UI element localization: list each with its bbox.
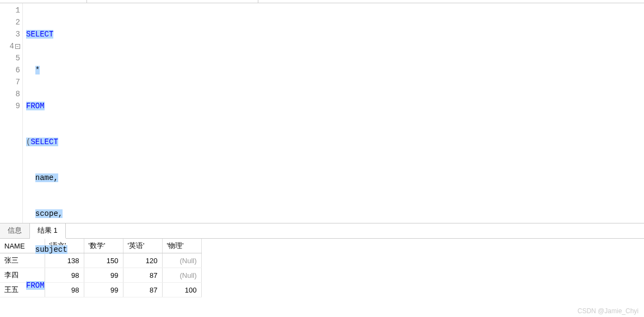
keyword-from: FROM <box>26 281 45 290</box>
sql-editor[interactable]: 1 2 3 4− 5 6 7 8 9 SELECT * FROM (SELECT… <box>0 3 644 223</box>
line-number: 2 <box>0 16 20 28</box>
keyword-select: SELECT <box>26 30 53 39</box>
line-number: 4− <box>0 40 20 52</box>
keyword-select: SELECT <box>30 138 58 146</box>
token-column: scope, <box>35 209 63 218</box>
line-number: 9 <box>0 100 20 112</box>
token-column: name, <box>35 173 58 182</box>
fold-toggle-icon[interactable]: − <box>15 44 20 49</box>
line-number: 3 <box>0 28 20 40</box>
line-number: 1 <box>0 4 20 16</box>
code-content[interactable]: SELECT * FROM (SELECT name, scope, subje… <box>23 3 644 223</box>
keyword-from: FROM <box>26 102 45 110</box>
line-number: 8 <box>0 88 20 100</box>
tab-info[interactable]: 信息 <box>0 223 30 238</box>
line-number: 6 <box>0 64 20 76</box>
token-star: * <box>35 66 40 74</box>
line-number: 5 <box>0 52 20 64</box>
line-number: 7 <box>0 76 20 88</box>
token-column: subject <box>35 245 67 254</box>
watermark: CSDN @Jamie_Chyi <box>578 307 639 315</box>
line-gutter: 1 2 3 4− 5 6 7 8 9 <box>0 3 23 223</box>
